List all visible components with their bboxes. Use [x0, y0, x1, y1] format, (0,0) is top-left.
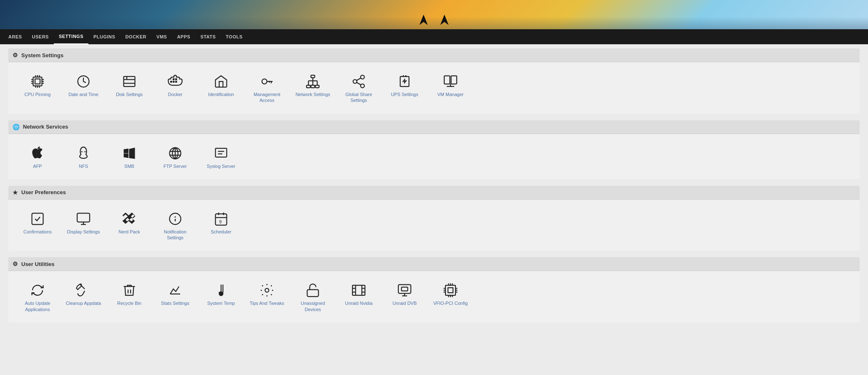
ftp-icon [168, 146, 183, 161]
item-tips-and-tweaks[interactable]: Tips And Tweaks [246, 279, 288, 316]
section-icon-network-services: 🌐 [13, 124, 20, 130]
refresh-icon [30, 283, 45, 298]
item-syslog-server[interactable]: Syslog Server [200, 142, 242, 172]
svg-point-50 [84, 151, 86, 152]
item-confirmations[interactable]: Confirmations [17, 208, 58, 244]
section-header-system-settings: ⚙System Settings [8, 48, 860, 62]
item-label-scheduler: Scheduler [211, 229, 231, 235]
svg-rect-85 [448, 288, 453, 293]
clock-icon [76, 74, 91, 89]
item-notification-settings[interactable]: Notification Settings [154, 208, 196, 244]
svg-rect-83 [402, 287, 408, 291]
item-display-settings[interactable]: Display Settings [63, 208, 104, 244]
item-label-nfs: NFS [79, 163, 88, 169]
item-recycle-bin[interactable]: Recycle Bin [108, 279, 150, 316]
item-ups-settings[interactable]: UPS Settings [384, 71, 425, 107]
nav-item-settings[interactable]: SETTINGS [54, 29, 88, 44]
network-icon [305, 74, 320, 89]
display-icon [76, 211, 91, 226]
svg-rect-30 [311, 85, 315, 88]
nav-item-plugins[interactable]: PLUGINS [88, 29, 120, 44]
bird-2 [440, 15, 449, 25]
section-system-settings: ⚙System SettingsCPU PinningDate and Time… [8, 48, 860, 114]
svg-rect-46 [451, 76, 457, 84]
nav-item-apps[interactable]: APPS [172, 29, 195, 44]
item-system-temp[interactable]: System Temp [200, 279, 242, 316]
share-icon [351, 74, 366, 89]
ups-icon [397, 74, 412, 89]
nav-item-docker[interactable]: DOCKER [120, 29, 151, 44]
nav-item-tools[interactable]: TOOLS [221, 29, 247, 44]
svg-rect-73 [352, 285, 365, 295]
item-afp[interactable]: AFP [17, 142, 58, 172]
item-scheduler[interactable]: 9Scheduler [200, 208, 242, 244]
svg-rect-31 [315, 85, 319, 88]
item-docker[interactable]: Docker [154, 71, 196, 107]
item-label-cpu-pinning: CPU Pinning [25, 91, 51, 97]
monitor-icon [397, 283, 412, 298]
svg-point-24 [262, 79, 267, 84]
svg-rect-84 [445, 285, 455, 295]
docker-icon [168, 74, 183, 89]
section-body-user-utilities: Auto Update ApplicationsCleanup AppdataR… [8, 271, 860, 322]
section-icon-system-settings: ⚙ [13, 52, 18, 58]
svg-line-41 [357, 78, 361, 81]
item-label-management-access: Management Access [248, 91, 286, 104]
home-icon [214, 74, 229, 89]
item-date-and-time[interactable]: Date and Time [63, 71, 104, 107]
item-cleanup-appdata[interactable]: Cleanup Appdata [63, 279, 104, 316]
nav-item-stats[interactable]: STATS [195, 29, 221, 44]
nav-item-users[interactable]: USERS [27, 29, 54, 44]
section-title-network-services: Network Services [23, 124, 68, 130]
section-user-utilities: ⚙User UtilitiesAuto Update ApplicationsC… [8, 257, 860, 322]
item-auto-update-applications[interactable]: Auto Update Applications [17, 279, 58, 316]
section-icon-user-utilities: ⚙ [13, 261, 18, 267]
item-vfio-pci-config[interactable]: VFIO-PCI Config [430, 279, 471, 316]
item-unraid-dvb[interactable]: Unraid DVB [384, 279, 425, 316]
svg-rect-21 [175, 81, 177, 83]
bird-1 [420, 15, 428, 25]
item-label-confirmations: Confirmations [23, 229, 52, 235]
nav-item-ares[interactable]: ARES [3, 29, 27, 44]
section-network-services: 🌐Network ServicesAFPNFSSMBFTP ServerSysl… [8, 120, 860, 179]
item-network-settings[interactable]: Network Settings [292, 71, 334, 107]
item-label-display-settings: Display Settings [67, 229, 100, 235]
item-nerd-pack[interactable]: Nerd Pack [108, 208, 150, 244]
item-ftp-server[interactable]: FTP Server [154, 142, 196, 172]
item-management-access[interactable]: Management Access [246, 71, 288, 107]
section-body-network-services: AFPNFSSMBFTP ServerSyslog Server [8, 134, 860, 179]
section-title-user-preferences: User Preferences [21, 189, 66, 195]
svg-rect-72 [307, 290, 319, 297]
item-label-auto-update-applications: Auto Update Applications [18, 300, 57, 312]
unlock-icon [305, 283, 320, 298]
nav-item-vms[interactable]: VMS [151, 29, 172, 44]
svg-rect-45 [444, 76, 450, 84]
gear2-icon [259, 283, 274, 298]
svg-point-39 [361, 84, 365, 88]
item-stats-settings[interactable]: Stats Settings [154, 279, 196, 316]
item-smb[interactable]: SMB [108, 142, 150, 172]
item-identification[interactable]: Identification [200, 71, 242, 107]
hero-birds [420, 15, 449, 25]
item-unraid-nvidia[interactable]: Unraid Nvidia [338, 279, 380, 316]
temp-icon [214, 283, 229, 298]
apple-icon [30, 146, 45, 161]
section-header-user-utilities: ⚙User Utilities [8, 257, 860, 271]
item-label-unassigned-devices: Unassigned Devices [294, 300, 332, 312]
brush-icon [76, 283, 91, 298]
item-unassigned-devices[interactable]: Unassigned Devices [292, 279, 334, 316]
item-label-system-temp: System Temp [207, 300, 235, 306]
item-nfs[interactable]: NFS [63, 142, 104, 172]
item-global-share-settings[interactable]: Global Share Settings [338, 71, 380, 107]
svg-rect-15 [124, 76, 135, 86]
svg-rect-56 [32, 213, 43, 224]
svg-point-70 [219, 292, 223, 296]
vm-icon [443, 74, 458, 89]
item-disk-settings[interactable]: Disk Settings [108, 71, 150, 107]
item-cpu-pinning[interactable]: CPU Pinning [17, 71, 58, 107]
item-label-unraid-dvb: Unraid DVB [392, 300, 417, 306]
item-vm-manager[interactable]: VM Manager [430, 71, 471, 107]
item-label-ftp-server: FTP Server [164, 163, 187, 169]
svg-rect-20 [173, 81, 175, 83]
dropbox-icon [122, 211, 137, 226]
